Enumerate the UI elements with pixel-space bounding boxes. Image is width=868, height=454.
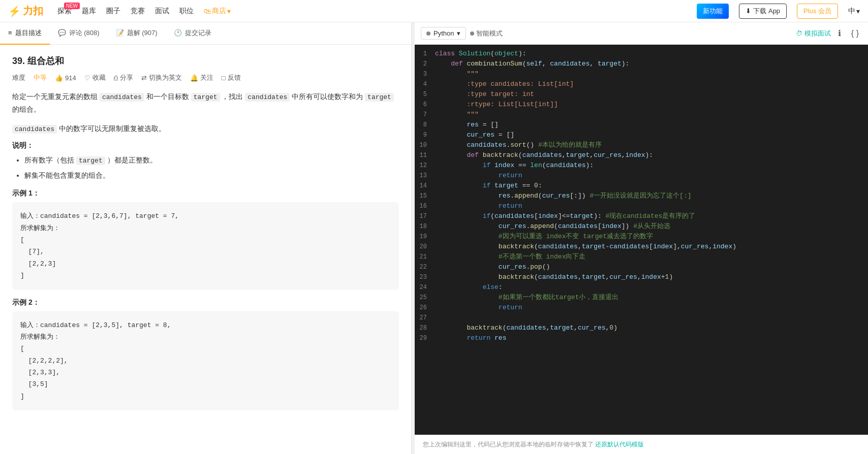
share-action[interactable]: ⎙ 分享 <box>114 73 133 82</box>
heart-icon: ♡ <box>84 74 90 82</box>
table-row: 12 if index == len(candidates): <box>415 160 868 171</box>
collect-action[interactable]: ♡ 收藏 <box>84 73 106 82</box>
table-row: 7 """ <box>415 110 868 120</box>
switch-lang-action[interactable]: ⇄ 切换为英文 <box>141 73 182 82</box>
language-selector[interactable]: 中 ▾ <box>848 7 860 16</box>
problem-title: 39. 组合总和 <box>12 55 399 67</box>
table-row: 26 return <box>415 303 868 313</box>
problem-description: 给定一个无重复元素的数组 candidates 和一个目标数 target ，找… <box>12 90 399 116</box>
main-layout: ≡ 题目描述 💬 评论 (808) 📝 题解 (907) 🕐 提交记录 39. … <box>0 22 868 454</box>
feedback-action[interactable]: □ 反馈 <box>222 73 241 82</box>
candidates-note: candidates 中的数字可以无限制重复被选取。 <box>12 122 399 135</box>
left-panel: ≡ 题目描述 💬 评论 (808) 📝 题解 (907) 🕐 提交记录 39. … <box>0 22 412 454</box>
difficulty-label: 难度 <box>12 73 25 82</box>
table-row: 19 #因为可以重选 index不变 target减去选了的数字 <box>415 232 868 242</box>
language-selector[interactable]: Python ▾ <box>421 27 466 40</box>
info-button[interactable]: ℹ <box>835 28 844 38</box>
clock-icon: 🕐 <box>174 29 182 37</box>
example2-block: 输入：candidates = [2,3,5], target = 8, 所求解… <box>12 311 399 411</box>
switch-icon: ⇄ <box>141 74 147 82</box>
difficulty-value[interactable]: 中等 <box>34 73 47 82</box>
table-row: 29 return res <box>415 333 868 343</box>
tab-comments[interactable]: 💬 评论 (808) <box>50 22 108 45</box>
nav-interview[interactable]: 面试 <box>155 7 169 16</box>
example1-title: 示例 1： <box>12 189 399 198</box>
nav-problems[interactable]: 题库 <box>82 7 96 16</box>
download-icon: ⬇ <box>746 7 751 15</box>
new-feature-button[interactable]: 新功能 <box>697 4 729 19</box>
table-row: 14 if target == 0: <box>415 181 868 191</box>
table-row: 5 :type target: int <box>415 89 868 100</box>
nav-contest[interactable]: 竞赛 <box>131 7 145 16</box>
nav-explore[interactable]: 探索 NEW <box>57 7 72 16</box>
plus-member-button[interactable]: Plus 会员 <box>797 4 838 19</box>
tab-bar: ≡ 题目描述 💬 评论 (808) 📝 题解 (907) 🕐 提交记录 <box>0 22 411 45</box>
restore-template-link[interactable]: 还原默认代码模版 <box>595 441 644 448</box>
candidates2-code: candidates <box>245 93 290 102</box>
table-row: 2 def combinationSum(self, candidates, t… <box>415 59 868 69</box>
table-row: 22 cur_res.pop() <box>415 262 868 272</box>
problem-content: 39. 组合总和 难度 中等 👍 914 ♡ 收藏 ⎙ 分享 ⇄ <box>0 45 411 454</box>
chevron-down-icon: ▾ <box>457 29 460 37</box>
solution-icon: 📝 <box>116 29 124 37</box>
bullet-list: 所有数字（包括 target ）都是正整数。 解集不能包含重复的组合。 <box>12 154 399 181</box>
target2-code: target <box>365 93 394 102</box>
table-row: 6 :rtype: List[List[int]] <box>415 100 868 110</box>
table-row: 23 backtrack(candidates,target,cur_res,i… <box>415 272 868 282</box>
candidates-code: candidates <box>100 93 144 102</box>
share-icon: ⎙ <box>114 74 118 82</box>
lang-label: Python <box>433 29 454 37</box>
table-row: 15 res.append(cur_res[:]) #一开始没设就是因为忘了这个… <box>415 191 868 201</box>
thumb-up-icon: 👍 <box>55 74 63 82</box>
lang-dot <box>426 31 430 36</box>
clock-icon: ⏱ <box>796 29 802 37</box>
download-app-button[interactable]: ⬇ 下载 App <box>739 4 787 19</box>
feedback-icon: □ <box>222 74 226 82</box>
settings-button[interactable]: { } <box>848 29 862 38</box>
note-title: 说明： <box>12 141 399 150</box>
tab-submissions[interactable]: 🕐 提交记录 <box>166 22 220 45</box>
follow-action[interactable]: 🔔 关注 <box>190 73 213 82</box>
table-row: 24 else: <box>415 282 868 293</box>
likes-action[interactable]: 👍 914 <box>55 74 76 82</box>
list-item: 解集不能包含重复的组合。 <box>24 170 399 181</box>
nav-jobs[interactable]: 职位 <box>179 7 194 16</box>
table-row: 9 cur_res = [] <box>415 130 868 140</box>
chevron-down-icon: ▾ <box>856 7 860 15</box>
target-code: target <box>191 93 220 102</box>
table-row: 28 backtrack(candidates,target,cur_res,0… <box>415 323 868 333</box>
table-row: 18 cur_res.append(candidates[index]) #从头… <box>415 221 868 232</box>
table-row: 10 candidates.sort() #本以为给的就是有序 <box>415 140 868 150</box>
comment-icon: 💬 <box>58 29 66 37</box>
editor-footer: 您上次编辑到这里，代码已从您浏览器本地的临时存储中恢复了 还原默认代码模版 <box>415 435 868 454</box>
table-row: 1class Solution(object): <box>415 49 868 59</box>
code-editor[interactable]: 1class Solution(object):2 def combinatio… <box>415 45 868 435</box>
tab-solutions[interactable]: 📝 题解 (907) <box>108 22 166 45</box>
bell-icon: 🔔 <box>190 74 198 82</box>
table-row: 13 return <box>415 171 868 181</box>
description-icon: ≡ <box>8 29 12 37</box>
list-item: 所有数字（包括 target ）都是正整数。 <box>24 154 399 167</box>
table-row: 17 if(candidates[index]<=target): #现在can… <box>415 211 868 221</box>
shop-icon: 🛍 <box>204 7 211 15</box>
logo[interactable]: ⚡ 力扣 <box>8 4 43 18</box>
nav-shop[interactable]: 🛍 商店 ▾ <box>204 7 231 16</box>
table-row: 3 """ <box>415 69 868 79</box>
problem-meta: 难度 中等 👍 914 ♡ 收藏 ⎙ 分享 ⇄ 切换为英文 <box>12 73 399 82</box>
mock-interview-button[interactable]: ⏱ 模拟面试 <box>796 29 831 38</box>
nav-community[interactable]: 圈子 <box>106 7 120 16</box>
ai-mode-toggle[interactable]: 智能模式 <box>470 29 503 38</box>
editor-header: Python ▾ 智能模式 ⏱ 模拟面试 ℹ { } <box>415 22 868 45</box>
new-badge: NEW <box>64 3 80 9</box>
candidates-note-code: candidates <box>12 125 57 134</box>
table-row: 20 backtrack(candidates,target-candidate… <box>415 242 868 252</box>
table-row: 25 #如果第一个数都比target小，直接退出 <box>415 293 868 303</box>
example1-block: 输入：candidates = [2,3,6,7], target = 7, 所… <box>12 202 399 289</box>
tab-description[interactable]: ≡ 题目描述 <box>0 22 50 45</box>
ai-dot <box>470 31 474 36</box>
table-row: 8 res = [] <box>415 120 868 130</box>
logo-icon: ⚡ <box>8 5 21 17</box>
right-panel: Python ▾ 智能模式 ⏱ 模拟面试 ℹ { } 1class Soluti… <box>415 22 868 454</box>
table-row: 27 <box>415 313 868 323</box>
table-row: 16 return <box>415 201 868 211</box>
